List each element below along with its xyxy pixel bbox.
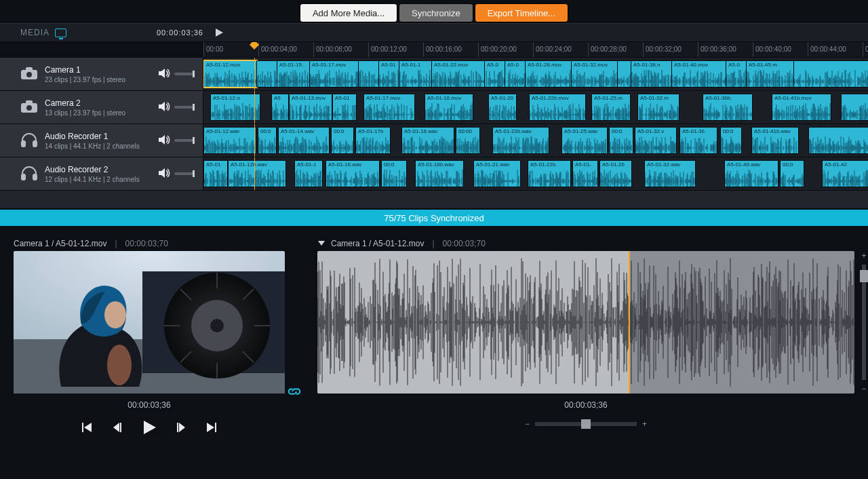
track-header[interactable]: Camera 213 clips | 23.97 fps | stereo (0, 91, 203, 123)
clip[interactable]: A5-01-15. (277, 60, 311, 88)
clip[interactable]: 00:0 (780, 160, 804, 187)
volume-slider[interactable] (174, 172, 195, 175)
clip[interactable]: A5-01 (378, 60, 400, 88)
volume-icon[interactable] (158, 100, 170, 115)
clip[interactable]: A5-01-12b.wav (228, 160, 286, 187)
track-lane[interactable]: A5-01-12.nA5A5-01-13.movA5-01A5-01-17.mo… (203, 91, 868, 123)
timeline-ruler[interactable]: 00:0000:00:04;0000:00:08;0000:00:12;0000… (203, 42, 868, 58)
add-media-button[interactable]: Add More Media... (300, 3, 397, 22)
vertical-zoom-slider[interactable] (862, 265, 866, 380)
clip[interactable]: A5-01- (572, 160, 598, 187)
clip[interactable]: A5-01-22b.mov (529, 94, 586, 121)
clip[interactable] (841, 94, 868, 121)
clip[interactable]: A5-01-1 (294, 160, 323, 187)
clip[interactable]: A5-01 (332, 94, 357, 121)
clip[interactable] (256, 60, 278, 88)
clip[interactable]: A5-01-36.n (631, 60, 673, 88)
collapse-icon[interactable] (317, 239, 326, 249)
zoom-out-icon[interactable]: − (525, 419, 530, 429)
clip[interactable]: A5-01-26 (599, 160, 632, 187)
clip[interactable]: A5-01-1 (399, 60, 433, 88)
volume-slider[interactable] (174, 139, 195, 142)
clip[interactable]: A5-01-20 (488, 94, 517, 121)
clip[interactable]: 00:0 (381, 160, 407, 187)
zoom-in-icon[interactable]: + (642, 419, 647, 429)
waveform-display[interactable] (317, 251, 854, 394)
clip[interactable] (617, 60, 632, 88)
vertical-zoom[interactable]: + − (859, 251, 868, 394)
clip[interactable]: A5-01-36. (679, 127, 717, 154)
clip[interactable]: A5-01-22b.wav (492, 127, 549, 154)
synchronize-button[interactable]: Synchronize (399, 3, 473, 22)
clip[interactable]: 00:00 (456, 127, 480, 154)
step-fwd-button[interactable] (175, 421, 187, 436)
track-header[interactable]: Audio Recorder 114 clips | 44.1 KHz | 2 … (0, 124, 203, 157)
clip[interactable]: A5-01-25.m (591, 94, 631, 121)
track-lane[interactable]: A5-01-12.movA5-01-15.A5-01-17.movA5-01A5… (203, 58, 868, 90)
volume-slider[interactable] (174, 73, 195, 75)
skip-start-button[interactable] (81, 421, 94, 436)
track-lane[interactable]: A5-01-12.wav00:0A5-01-14.wav00:0A5-01-17… (203, 124, 868, 157)
clip[interactable]: A5-01-21.wav (473, 160, 521, 187)
clip[interactable]: 00:0 (720, 127, 742, 154)
clip[interactable]: A5-01-40.wav (724, 160, 778, 187)
track-header[interactable]: Camera 123 clips | 23.97 fps | stereo (0, 58, 203, 90)
volume-slider[interactable] (174, 106, 195, 109)
clip[interactable]: A5-01-28.mov (525, 60, 572, 88)
clip[interactable]: A5-01 (203, 160, 228, 187)
clip[interactable]: A5-01-18b.wav (415, 160, 464, 187)
clip[interactable]: A5-01-25.wav (561, 127, 608, 154)
clip[interactable]: 00:0 (609, 127, 633, 154)
clip[interactable]: A5-01-32.mov (571, 60, 618, 88)
clip[interactable]: A5-01-17.mov (309, 60, 359, 88)
volume-icon[interactable] (158, 67, 170, 81)
waveform-playhead[interactable] (629, 251, 630, 394)
volume-icon[interactable] (158, 134, 170, 148)
clip[interactable]: A5-01-22.mov (431, 60, 486, 88)
horizontal-zoom-slider[interactable] (535, 422, 637, 426)
play-button[interactable] (141, 419, 157, 438)
monitor-icon[interactable] (55, 28, 66, 37)
clip[interactable]: A5-01-32.m (637, 94, 679, 121)
clip[interactable]: A5-0 (484, 60, 506, 88)
zoom-in-icon[interactable]: + (861, 251, 866, 261)
zoom-out-icon[interactable]: − (861, 384, 866, 394)
clip[interactable]: A5-01-45.m (746, 60, 795, 88)
clip[interactable]: 00:0 (331, 127, 354, 154)
clip[interactable]: A5-01-17.mov (363, 94, 415, 121)
clip[interactable]: A5-01-14.wav (278, 127, 330, 154)
track-header[interactable]: Audio Recorder 212 clips | 44.1 KHz | 2 … (0, 157, 203, 190)
clip[interactable]: A5-01-13.mov (289, 94, 332, 121)
clip[interactable]: A5-01-18.mov (425, 94, 473, 121)
track-lane[interactable]: A5-01A5-01-12b.wavA5-01-1A5-01-16.wav00:… (203, 157, 868, 190)
step-back-button[interactable] (111, 421, 123, 436)
clip[interactable]: A5-01-32.v (635, 127, 677, 154)
clip[interactable]: A5-01-12.wav (203, 127, 256, 154)
clip[interactable]: A5-0 (726, 60, 747, 88)
volume-icon[interactable] (158, 167, 170, 181)
playhead-marker[interactable] (250, 42, 259, 50)
export-timeline-button[interactable]: Export Timeline... (475, 3, 568, 22)
clip[interactable]: A5-01-36b. (703, 94, 753, 121)
clip[interactable]: A5-01-16.wav (326, 160, 380, 187)
clip[interactable] (358, 60, 380, 88)
clip[interactable]: A5-01-41b.wav (751, 127, 799, 154)
clip[interactable]: A5 (271, 94, 289, 121)
clip[interactable]: A5-01-42 (822, 160, 868, 187)
skip-end-button[interactable] (205, 421, 217, 436)
clip[interactable]: A5-01-22b. (528, 160, 571, 187)
clip[interactable]: A5-01-32.wav (644, 160, 696, 187)
clip[interactable] (793, 60, 868, 88)
video-preview[interactable] (14, 251, 285, 394)
clip[interactable] (808, 127, 868, 154)
clip[interactable]: A5-01-12.n (210, 94, 260, 121)
clip[interactable]: A5-01-12.mov (203, 60, 258, 88)
clip[interactable]: A5-01-40.mov (671, 60, 727, 88)
clip[interactable]: A5-01-17b (355, 127, 391, 154)
play-icon[interactable] (214, 28, 224, 37)
clip[interactable]: A5-01-18.wav (401, 127, 454, 154)
clip[interactable]: 00:0 (258, 127, 277, 154)
link-icon[interactable] (287, 384, 302, 399)
clip[interactable]: A5-0 (505, 60, 526, 88)
clip[interactable]: A5-01-41b.mov (772, 94, 831, 121)
